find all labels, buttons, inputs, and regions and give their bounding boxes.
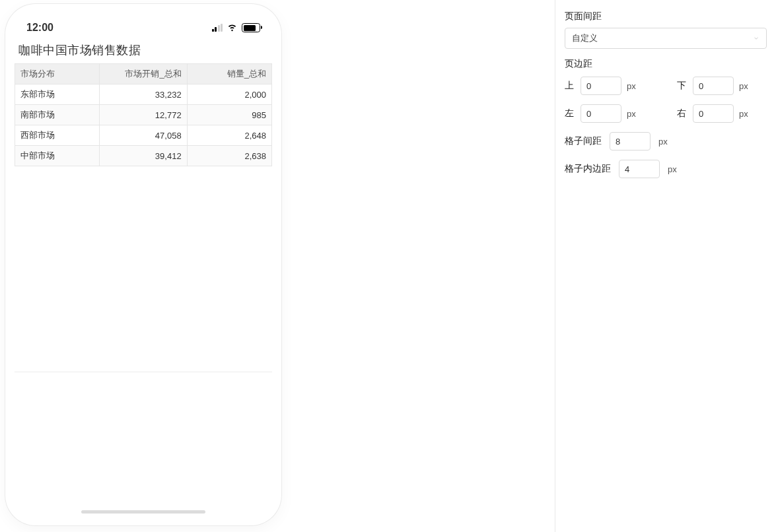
unit-px: px xyxy=(658,137,668,147)
grid-padding-label: 格子内边距 xyxy=(565,163,611,175)
table-cell[interactable]: 东部市场 xyxy=(15,84,100,105)
table-row: 南部市场 12,772 985 xyxy=(15,105,272,125)
table-cell[interactable]: 33,232 xyxy=(100,84,187,105)
table-row: 中部市场 39,412 2,638 xyxy=(15,146,272,166)
data-table: 市场分布 市场开销_总和 销量_总和 东部市场 33,232 2,000 xyxy=(15,63,272,166)
margin-top-input[interactable] xyxy=(581,77,621,95)
phone-frame: 12:00 咖啡中国市场销售数据 xyxy=(5,4,281,525)
home-indicator xyxy=(81,510,205,514)
page-spacing-select[interactable]: 自定义 xyxy=(565,28,767,49)
margin-right-label: 右 xyxy=(677,108,688,119)
table-header[interactable]: 销量_总和 xyxy=(187,64,271,84)
cellular-icon xyxy=(212,24,223,32)
grid-gap-input[interactable] xyxy=(610,132,651,150)
margin-right-input[interactable] xyxy=(693,104,734,123)
margin-left-input[interactable] xyxy=(581,104,621,123)
table-cell[interactable]: 985 xyxy=(187,105,271,125)
table-cell[interactable]: 西部市场 xyxy=(15,125,100,146)
table-cell[interactable]: 2,648 xyxy=(187,125,271,146)
page-margin-label: 页边距 xyxy=(565,58,767,70)
tabbar-divider xyxy=(15,372,272,372)
margin-top-label: 上 xyxy=(565,80,575,92)
page-spacing-label: 页面间距 xyxy=(565,11,767,22)
table-cell[interactable]: 南部市场 xyxy=(15,105,100,125)
page-content: 咖啡中国市场销售数据 市场分布 市场开销_总和 销量_总和 xyxy=(12,38,275,166)
settings-panel: 页面间距 自定义 页边距 上 px 下 px 左 xyxy=(555,0,776,532)
table-header[interactable]: 市场开销_总和 xyxy=(100,64,187,84)
unit-px: px xyxy=(668,164,677,174)
table-cell[interactable]: 2,000 xyxy=(187,84,271,105)
page-title: 咖啡中国市场销售数据 xyxy=(15,41,272,63)
status-icons xyxy=(212,22,261,34)
unit-px: px xyxy=(627,81,636,91)
table-cell[interactable]: 47,058 xyxy=(100,125,187,146)
page-spacing-value: 自定义 xyxy=(572,32,598,44)
table-header[interactable]: 市场分布 xyxy=(15,64,100,84)
unit-px: px xyxy=(739,109,748,119)
grid-gap-label: 格子间距 xyxy=(565,135,602,147)
status-bar: 12:00 xyxy=(12,11,275,38)
main-preview-area: 12:00 咖啡中国市场销售数据 xyxy=(0,0,555,532)
chevron-down-icon xyxy=(753,34,759,44)
table-cell[interactable]: 12,772 xyxy=(100,105,187,125)
unit-px: px xyxy=(627,109,636,119)
table-cell[interactable]: 2,638 xyxy=(187,146,271,166)
unit-px: px xyxy=(739,81,748,91)
table-row: 东部市场 33,232 2,000 xyxy=(15,84,272,105)
table-cell[interactable]: 39,412 xyxy=(100,146,187,166)
wifi-icon xyxy=(227,22,238,34)
table-cell[interactable]: 中部市场 xyxy=(15,146,100,166)
status-time: 12:00 xyxy=(26,22,53,34)
table-header-row: 市场分布 市场开销_总和 销量_总和 xyxy=(15,64,272,84)
margin-bottom-label: 下 xyxy=(677,80,688,92)
battery-icon xyxy=(242,23,260,32)
table-row: 西部市场 47,058 2,648 xyxy=(15,125,272,146)
grid-padding-input[interactable] xyxy=(619,160,660,178)
margin-left-label: 左 xyxy=(565,108,575,119)
margin-bottom-input[interactable] xyxy=(693,77,734,95)
phone-screen: 12:00 咖啡中国市场销售数据 xyxy=(12,11,275,519)
